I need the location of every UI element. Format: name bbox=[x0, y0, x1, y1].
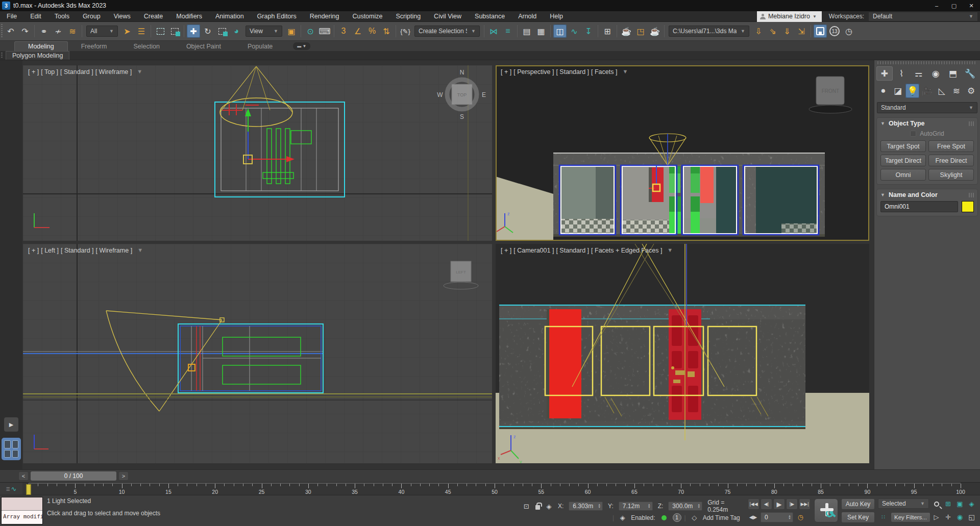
camera-viewport-canvas[interactable]: z x y bbox=[496, 244, 869, 463]
menu-file[interactable]: File bbox=[0, 11, 23, 22]
select-by-name-icon[interactable]: ☰ bbox=[135, 24, 148, 38]
keyboard-shortcut-override-icon[interactable]: ⌨ bbox=[318, 24, 331, 38]
cameras-category[interactable]: 🎥 bbox=[920, 84, 934, 98]
save-file-icon[interactable] bbox=[814, 24, 827, 38]
reference-coordinate-system-dropdown[interactable]: View▼ bbox=[246, 26, 282, 37]
toggle-layer-explorer-icon[interactable]: ▦ bbox=[534, 24, 548, 38]
menu-graph-editors[interactable]: Graph Editors bbox=[251, 11, 303, 22]
key-filters-button[interactable]: Key Filters... bbox=[891, 512, 930, 522]
zoom-extents-icon[interactable]: ▣ bbox=[954, 498, 965, 509]
minimize-button[interactable]: – bbox=[928, 0, 945, 11]
zoom-extents-all-icon[interactable]: ◈ bbox=[966, 498, 977, 509]
filter-funnel-icon[interactable]: ▼ bbox=[137, 247, 143, 254]
viewport-left[interactable]: [ + ][ Left ][ Standard ][ Wireframe ]▼ bbox=[23, 244, 492, 463]
next-frame-button[interactable]: |▶ bbox=[786, 498, 798, 510]
go-to-start-button[interactable]: |◀◀ bbox=[748, 498, 760, 510]
project-folder-dropdown[interactable]: C:\Users\al71...\3ds Max 202:▼ bbox=[669, 26, 749, 37]
rendered-frame-window-icon[interactable]: ◳ bbox=[634, 24, 647, 38]
menu-substance[interactable]: Substance bbox=[468, 11, 511, 22]
select-and-manipulate-icon[interactable]: ⊙ bbox=[304, 24, 317, 38]
helpers-category[interactable]: ◺ bbox=[935, 84, 949, 98]
viewport-camera-label-part[interactable]: [ Standard ] bbox=[556, 247, 589, 254]
systems-category[interactable]: ⚙ bbox=[964, 84, 978, 98]
menu-edit[interactable]: Edit bbox=[23, 11, 48, 22]
previous-frame-button[interactable]: ◀| bbox=[761, 498, 772, 510]
render-setup-icon[interactable]: ☕ bbox=[620, 24, 633, 38]
redo-icon[interactable]: ↷ bbox=[18, 24, 32, 38]
geometry-category[interactable]: ● bbox=[876, 84, 890, 98]
ribbon-tab-populate[interactable]: Populate bbox=[234, 42, 286, 51]
key-steps-icon[interactable]: ∷ bbox=[878, 512, 889, 522]
layout-tab-expand-button[interactable]: ▶ bbox=[4, 417, 18, 432]
y-coordinate-field[interactable]: 7.12m▲▼ bbox=[619, 502, 653, 511]
mirror-icon[interactable]: ⋈ bbox=[487, 24, 500, 38]
viewport-top[interactable]: [ + ][ Top ][ Standard ][ Wireframe ]▼ bbox=[23, 65, 492, 241]
go-to-end-button[interactable]: ▶▶| bbox=[799, 498, 811, 510]
ribbon-tab-object-paint[interactable]: Object Paint bbox=[173, 42, 234, 51]
viewport-left-label-part[interactable]: [ + ] bbox=[28, 247, 39, 254]
time-slider-handle[interactable] bbox=[27, 484, 31, 495]
pan-icon[interactable]: ✛ bbox=[943, 512, 953, 522]
named-selection-sets-dropdown[interactable]: Create Selection Se▼ bbox=[414, 26, 480, 37]
viewport-camera-label-part[interactable]: [ Facets + Edged Faces ] bbox=[591, 247, 662, 254]
object-type-rollout-header[interactable]: ▼ Object Type bbox=[877, 118, 977, 129]
motion-tab[interactable]: ◉ bbox=[928, 66, 944, 81]
left-viewport-canvas[interactable]: LEFT bbox=[23, 244, 492, 463]
viewport-camera-label-part[interactable]: [ + ] bbox=[501, 247, 511, 254]
isolate-selection-toggle-icon[interactable]: ⊡ bbox=[522, 501, 531, 512]
select-and-place-icon[interactable]: ◕ bbox=[230, 24, 243, 38]
menu-scripting[interactable]: Scripting bbox=[389, 11, 427, 22]
field-of-view-icon[interactable]: ▷ bbox=[931, 512, 942, 522]
menu-group[interactable]: Group bbox=[76, 11, 107, 22]
object-color-swatch[interactable] bbox=[962, 201, 974, 212]
skylight-button[interactable]: Skylight bbox=[928, 169, 974, 181]
play-button[interactable]: ▶ bbox=[773, 498, 785, 510]
menu-animation[interactable]: Animation bbox=[209, 11, 251, 22]
filter-funnel-icon[interactable]: ▼ bbox=[622, 68, 628, 76]
maximize-viewport-toggle-icon[interactable]: ◱ bbox=[966, 512, 977, 522]
set-keys-button[interactable] bbox=[814, 498, 838, 522]
viewport-perspective-label-part[interactable]: [ Standard ] bbox=[556, 68, 589, 76]
track-bar-ruler[interactable]: 0510152025303540455055606570758085909510… bbox=[29, 483, 961, 495]
add-time-tag[interactable]: Add Time Tag bbox=[703, 514, 740, 521]
name-and-color-rollout-header[interactable]: ▼ Name and Color bbox=[877, 189, 977, 200]
menu-civil-view[interactable]: Civil View bbox=[427, 11, 468, 22]
menu-create[interactable]: Create bbox=[137, 11, 170, 22]
key-filters-selection-dropdown[interactable]: Selected▼ bbox=[878, 498, 929, 509]
zoom-icon[interactable] bbox=[931, 498, 942, 509]
user-account-menu[interactable]: Mebiane Izidro▼ bbox=[757, 11, 822, 22]
viewport-top-label-part[interactable]: [ Top ] bbox=[41, 68, 58, 76]
clock-icon[interactable]: ◷ bbox=[842, 24, 855, 38]
set-key-button[interactable]: Set Key bbox=[841, 512, 875, 523]
viewport-perspective-label-part[interactable]: [ Facets ] bbox=[591, 68, 617, 76]
free-direct-button[interactable]: Free Direct bbox=[928, 155, 974, 166]
menu-tools[interactable]: Tools bbox=[48, 11, 76, 22]
hierarchy-tab[interactable]: ⚎ bbox=[911, 66, 927, 81]
viewport-camera[interactable]: [ + ][ Camera001 ][ Standard ][ Facets +… bbox=[496, 244, 869, 463]
select-and-link-icon[interactable]: ⚭ bbox=[37, 24, 51, 38]
close-button[interactable]: ✕ bbox=[963, 0, 980, 11]
maximize-button[interactable]: ▢ bbox=[945, 0, 963, 11]
viewport-top-label-part[interactable]: [ + ] bbox=[28, 68, 39, 76]
time-slider-next-key-button[interactable]: > bbox=[118, 471, 129, 481]
select-object-icon[interactable]: ➤ bbox=[120, 24, 134, 38]
render-production-icon[interactable]: ☕ bbox=[648, 24, 662, 38]
lights-category[interactable]: 💡 bbox=[905, 84, 919, 98]
time-slider-prev-key-button[interactable]: < bbox=[18, 471, 29, 481]
window-crossing-toggle-icon[interactable] bbox=[168, 24, 181, 38]
polygon-modeling-panel[interactable]: Polygon Modeling bbox=[6, 51, 69, 60]
snaps-toggle-icon[interactable]: 3 bbox=[337, 24, 350, 38]
angle-snap-icon[interactable]: ∠ bbox=[351, 24, 364, 38]
viewport-left-label-part[interactable]: [ Standard ] bbox=[61, 247, 94, 254]
selection-lock-toggle-icon[interactable] bbox=[535, 505, 541, 510]
mini-curve-editor-button[interactable]: ☰∿ bbox=[0, 483, 22, 495]
menu-customize[interactable]: Customize bbox=[346, 11, 389, 22]
x-coordinate-field[interactable]: 6.303m▲▼ bbox=[569, 502, 603, 511]
orbit-icon[interactable]: ◉ bbox=[954, 512, 965, 522]
z-coordinate-field[interactable]: 300.0m▲▼ bbox=[668, 502, 702, 511]
utilities-tab[interactable]: 🔧 bbox=[962, 66, 978, 81]
time-slider-value[interactable]: 0 / 100 bbox=[31, 471, 116, 481]
selection-filter-dropdown[interactable]: All▼ bbox=[86, 26, 118, 37]
listener-script-pane[interactable]: Array modifi bbox=[2, 511, 42, 524]
doc-folder-icon[interactable]: ⇘ bbox=[766, 24, 779, 38]
